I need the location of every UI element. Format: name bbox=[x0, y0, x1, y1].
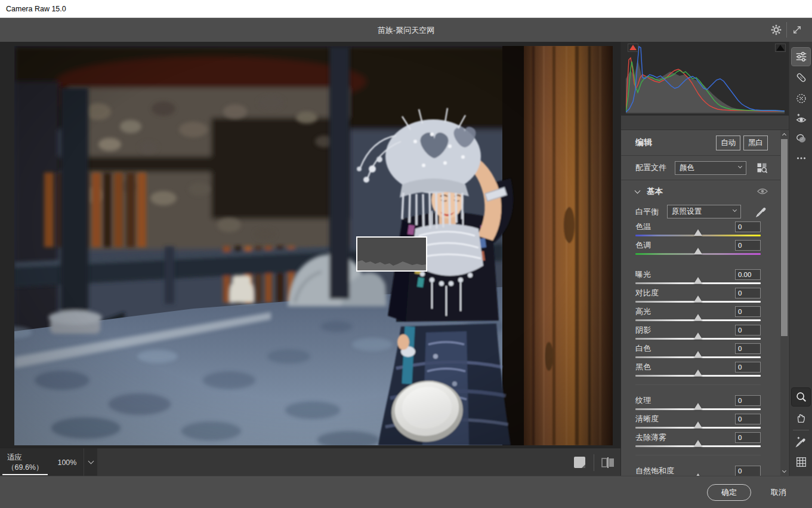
heal-tool-button[interactable] bbox=[792, 69, 810, 87]
zoom-level-dropdown[interactable] bbox=[84, 448, 98, 476]
slider-value-input[interactable]: 0.00 bbox=[735, 269, 761, 280]
slider-value-input[interactable]: 0 bbox=[735, 343, 761, 354]
slider-value-input[interactable]: 0 bbox=[735, 362, 761, 372]
slider-track[interactable] bbox=[635, 445, 761, 447]
white-balance-dropdown[interactable]: 原照设置 bbox=[667, 205, 741, 218]
slider-label: 自然饱和度 bbox=[635, 466, 674, 476]
slider-value-input[interactable]: 0 bbox=[735, 306, 761, 317]
zoom-tool-button[interactable] bbox=[792, 388, 810, 406]
slider-thumb[interactable] bbox=[694, 295, 702, 302]
white-balance-eyedropper-button[interactable] bbox=[756, 206, 768, 218]
red-eye-tool-button[interactable] bbox=[792, 110, 810, 128]
slider-track[interactable] bbox=[635, 356, 761, 358]
slider-track[interactable] bbox=[635, 253, 761, 255]
zoom-bar: 适应（69.6%） 100% bbox=[0, 448, 620, 476]
window-title: Camera Raw 15.0 bbox=[6, 5, 66, 13]
slider-track[interactable] bbox=[635, 427, 761, 429]
basic-sliders: 色温 0 色调 0 曝光 0.00 对比度 0 bbox=[621, 221, 781, 476]
tool-column bbox=[789, 42, 812, 476]
slider-track[interactable] bbox=[635, 235, 761, 236]
slider-value-input[interactable]: 0 bbox=[735, 325, 761, 335]
basic-section-title: 基本 bbox=[647, 186, 663, 197]
slider-thumb[interactable] bbox=[694, 332, 702, 339]
profile-dropdown[interactable]: 颜色 bbox=[675, 161, 746, 175]
cancel-button[interactable]: 取消 bbox=[771, 487, 786, 498]
slider-thumb[interactable] bbox=[694, 229, 702, 236]
histogram[interactable] bbox=[621, 42, 789, 115]
browse-profiles-button[interactable] bbox=[756, 162, 768, 174]
slider-value-input[interactable]: 0 bbox=[735, 395, 761, 406]
slider-thumb[interactable] bbox=[694, 351, 702, 358]
edit-tool-button[interactable] bbox=[792, 48, 810, 66]
edit-settings-area: 编辑 自动 黑白 配置文件 颜色 bbox=[621, 130, 781, 476]
slider-row: 曝光 0.00 bbox=[635, 269, 761, 287]
bandaid-icon bbox=[795, 71, 808, 84]
tool-divider bbox=[793, 430, 809, 430]
slider-track[interactable] bbox=[635, 301, 761, 303]
slider-track[interactable] bbox=[635, 375, 761, 377]
slider-label: 黑色 bbox=[635, 362, 651, 372]
slider-row: 纹理 0 bbox=[635, 395, 761, 413]
highlight-clipping-indicator[interactable] bbox=[775, 44, 786, 52]
slider-label: 色调 bbox=[635, 240, 651, 251]
scrollbar-thumb[interactable] bbox=[781, 139, 788, 336]
slider-row: 色温 0 bbox=[635, 221, 761, 239]
slider-thumb[interactable] bbox=[694, 370, 702, 376]
preview-mode-button[interactable] bbox=[572, 455, 588, 470]
slider-thumb[interactable] bbox=[694, 403, 702, 410]
scrollbar-up-button[interactable] bbox=[780, 130, 788, 138]
panel-scrollbar[interactable] bbox=[780, 130, 788, 476]
ok-button[interactable]: 确定 bbox=[707, 484, 751, 501]
shadow-clipping-indicator[interactable] bbox=[628, 44, 638, 52]
before-after-button[interactable] bbox=[600, 455, 616, 470]
fit-zoom-tab[interactable]: 适应（69.6%） bbox=[0, 448, 50, 476]
right-panel: 编辑 自动 黑白 配置文件 颜色 bbox=[620, 42, 789, 476]
fullscreen-button[interactable] bbox=[787, 18, 807, 42]
chevron-down-icon bbox=[635, 187, 641, 193]
hand-tool-button[interactable] bbox=[792, 409, 810, 427]
preview-divider bbox=[594, 454, 594, 471]
curve-overlay-shape bbox=[357, 260, 426, 270]
slider-thumb[interactable] bbox=[694, 277, 702, 284]
slider-row: 去除薄雾 0 bbox=[635, 432, 761, 450]
expand-icon bbox=[792, 24, 802, 35]
slider-thumb[interactable] bbox=[694, 440, 702, 447]
slider-track[interactable] bbox=[635, 282, 761, 284]
slider-value-input[interactable]: 0 bbox=[735, 432, 761, 443]
image-canvas bbox=[0, 42, 620, 448]
gear-icon bbox=[770, 24, 782, 36]
more-settings-button[interactable] bbox=[792, 149, 810, 167]
preferences-button[interactable] bbox=[766, 18, 786, 42]
presets-icon bbox=[795, 132, 808, 145]
slider-thumb[interactable] bbox=[694, 421, 702, 428]
slider-track[interactable] bbox=[635, 408, 761, 410]
grid-overlay-tool-button[interactable] bbox=[792, 453, 810, 471]
basic-section-header[interactable]: 基本 bbox=[621, 180, 781, 202]
slider-value-input[interactable]: 0 bbox=[735, 288, 761, 298]
slider-value-input[interactable]: 0 bbox=[735, 221, 761, 232]
slider-track[interactable] bbox=[635, 319, 761, 321]
scrollbar-down-button[interactable] bbox=[780, 467, 788, 476]
chevron-down-icon bbox=[88, 458, 94, 464]
auto-button[interactable]: 自动 bbox=[716, 136, 740, 150]
basic-visibility-toggle[interactable] bbox=[757, 187, 768, 195]
presets-tool-button[interactable] bbox=[792, 130, 810, 147]
slider-value-input[interactable]: 0 bbox=[735, 466, 761, 476]
color-sampler-tool-button[interactable] bbox=[792, 433, 810, 451]
bw-button[interactable]: 黑白 bbox=[743, 136, 768, 150]
slider-track[interactable] bbox=[635, 338, 761, 340]
slider-row: 对比度 0 bbox=[635, 287, 761, 306]
red-eye-icon bbox=[795, 112, 808, 125]
highlight-clip-triangle-icon bbox=[776, 45, 785, 51]
zoom-level-tab[interactable]: 100% bbox=[50, 448, 84, 476]
slider-thumb[interactable] bbox=[694, 314, 702, 321]
chevron-down-icon bbox=[738, 164, 742, 168]
mask-tool-button[interactable] bbox=[792, 90, 810, 107]
chevron-down-icon bbox=[782, 469, 786, 473]
slider-value-input[interactable]: 0 bbox=[735, 240, 761, 251]
slider-thumb[interactable] bbox=[694, 248, 702, 254]
histogram-luminance bbox=[626, 60, 785, 112]
photo[interactable] bbox=[14, 46, 613, 445]
slider-value-input[interactable]: 0 bbox=[735, 414, 761, 424]
slider-label: 去除薄雾 bbox=[635, 432, 666, 443]
